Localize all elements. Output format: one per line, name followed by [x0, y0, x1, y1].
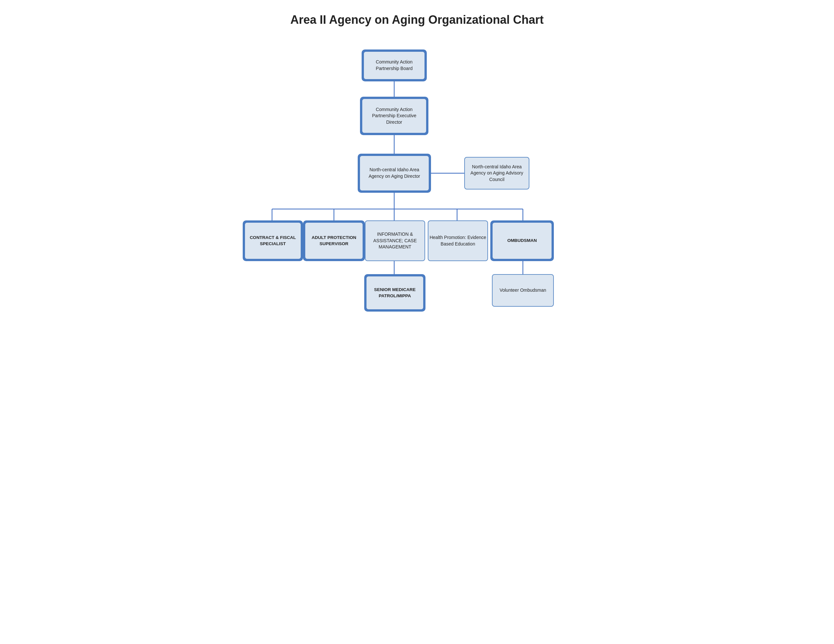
executive-director-node: Community Action Partnership Executive D…	[360, 97, 428, 135]
director-node: North-central Idaho Area Agency on Aging…	[358, 154, 431, 193]
page-title: Area II Agency on Aging Organizational C…	[290, 13, 543, 27]
adult-protection-node: ADULT PROTECTION SUPERVISOR	[303, 220, 365, 261]
ombudsman-label: OMBUDSMAN	[493, 223, 551, 259]
board-node: Community Action Partnership Board	[362, 50, 427, 81]
volunteer-ombudsman-node: Volunteer Ombudsman	[492, 274, 554, 307]
senior-medicare-node: SENIOR MEDICARE PATROL/MIPPA	[364, 274, 425, 312]
org-chart: Community Action Partnership Board Commu…	[238, 43, 596, 336]
advisory-council-node: North-central Idaho Area Agency on Aging…	[464, 157, 529, 189]
senior-medicare-label: SENIOR MEDICARE PATROL/MIPPA	[367, 276, 423, 309]
ombudsman-node: OMBUDSMAN	[490, 220, 554, 261]
info-assistance-node: INFORMATION & ASSISTANCE; CASE MANAGEMEN…	[365, 220, 425, 261]
adult-protection-label: ADULT PROTECTION SUPERVISOR	[305, 223, 363, 259]
director-label: North-central Idaho Area Agency on Aging…	[360, 156, 429, 190]
executive-director-label: Community Action Partnership Executive D…	[362, 99, 426, 133]
contract-fiscal-node: CONTRACT & FISCAL SPECIALIST	[243, 220, 303, 261]
board-label: Community Action Partnership Board	[364, 52, 425, 79]
health-promotion-node: Health Promotion: Evidence Based Educati…	[428, 220, 488, 261]
contract-fiscal-label: CONTRACT & FISCAL SPECIALIST	[245, 223, 301, 259]
